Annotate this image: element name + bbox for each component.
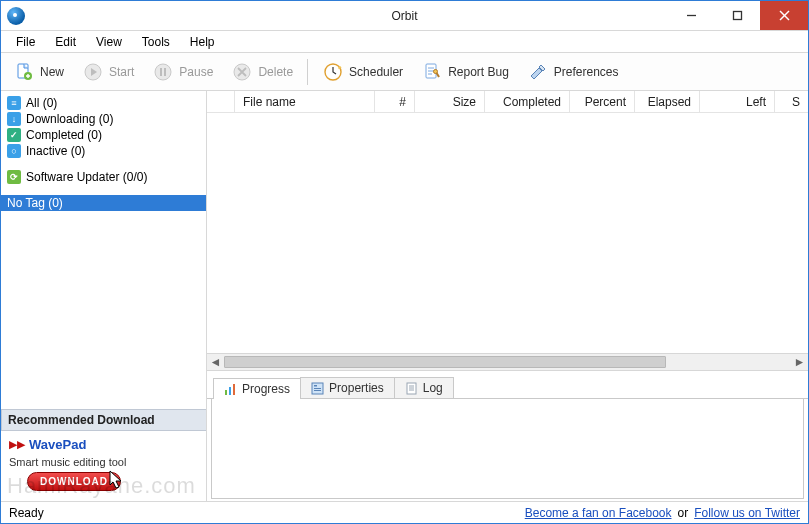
report-bug-label: Report Bug xyxy=(448,65,509,79)
wavepad-caption: Smart music editing tool xyxy=(9,456,198,468)
col-completed[interactable]: Completed xyxy=(485,91,570,112)
detail-body[interactable] xyxy=(211,399,804,499)
facebook-link[interactable]: Become a fan on Facebook xyxy=(525,506,672,520)
menu-view[interactable]: View xyxy=(87,33,131,51)
new-button[interactable]: New xyxy=(5,58,72,86)
col-s[interactable]: S xyxy=(775,91,808,112)
pause-button[interactable]: Pause xyxy=(144,58,221,86)
scroll-track[interactable] xyxy=(224,354,791,370)
window-controls xyxy=(668,1,808,30)
svg-rect-9 xyxy=(164,68,166,76)
double-arrow-icon: ▶▶ xyxy=(9,438,25,451)
toolbar: New Start Pause Delete Scheduler Report … xyxy=(1,53,808,91)
sidebar: ≡ All (0) ↓ Downloading (0) ✓ Completed … xyxy=(1,91,207,501)
col-hash[interactable]: # xyxy=(375,91,415,112)
svg-point-7 xyxy=(155,64,171,80)
col-percent[interactable]: Percent xyxy=(570,91,635,112)
sidebar-item-downloading[interactable]: ↓ Downloading (0) xyxy=(1,111,206,127)
sidebar-item-completed[interactable]: ✓ Completed (0) xyxy=(1,127,206,143)
sidebar-item-label: All (0) xyxy=(26,96,57,110)
sidebar-item-label: Downloading (0) xyxy=(26,112,113,126)
menu-bar: File Edit View Tools Help xyxy=(1,31,808,53)
tab-log-label: Log xyxy=(423,381,443,395)
scheduler-button[interactable]: Scheduler xyxy=(314,58,411,86)
svg-rect-21 xyxy=(314,390,321,391)
idle-icon: ○ xyxy=(7,144,21,158)
detail-tabs: Progress Properties Log xyxy=(207,375,808,399)
menu-file[interactable]: File xyxy=(7,33,44,51)
tab-properties[interactable]: Properties xyxy=(300,377,395,398)
tab-progress[interactable]: Progress xyxy=(213,378,301,399)
scheduler-label: Scheduler xyxy=(349,65,403,79)
svg-rect-1 xyxy=(734,12,742,20)
title-bar: Orbit xyxy=(1,1,808,31)
svg-rect-16 xyxy=(229,387,231,395)
delete-button[interactable]: Delete xyxy=(223,58,301,86)
svg-rect-8 xyxy=(160,68,162,76)
status-text: Ready xyxy=(9,506,44,520)
main-area: ≡ All (0) ↓ Downloading (0) ✓ Completed … xyxy=(1,91,808,501)
col-filename[interactable]: File name xyxy=(235,91,375,112)
sidebar-item-all[interactable]: ≡ All (0) xyxy=(1,95,206,111)
col-left[interactable]: Left xyxy=(700,91,775,112)
pause-icon xyxy=(152,61,174,83)
new-label: New xyxy=(40,65,64,79)
grid-header: File name # Size Completed Percent Elaps… xyxy=(207,91,808,113)
sidebar-item-updater[interactable]: ⟳ Software Updater (0/0) xyxy=(1,169,206,185)
status-or: or xyxy=(678,506,689,520)
log-icon xyxy=(405,382,418,395)
close-button[interactable] xyxy=(760,1,808,30)
tab-log[interactable]: Log xyxy=(394,377,454,398)
preferences-label: Preferences xyxy=(554,65,619,79)
sidebar-item-no-tag[interactable]: No Tag (0) xyxy=(1,195,206,211)
bug-icon xyxy=(421,61,443,83)
preferences-button[interactable]: Preferences xyxy=(519,58,627,86)
twitter-link[interactable]: Follow us on Twitter xyxy=(694,506,800,520)
pause-label: Pause xyxy=(179,65,213,79)
scroll-thumb[interactable] xyxy=(224,356,666,368)
tab-properties-label: Properties xyxy=(329,381,384,395)
tab-progress-label: Progress xyxy=(242,382,290,396)
scroll-right-arrow-icon[interactable]: ► xyxy=(791,354,808,370)
scroll-left-arrow-icon[interactable]: ◄ xyxy=(207,354,224,370)
maximize-button[interactable] xyxy=(714,1,760,30)
content-panel: File name # Size Completed Percent Elaps… xyxy=(207,91,808,501)
report-bug-button[interactable]: Report Bug xyxy=(413,58,517,86)
col-elapsed[interactable]: Elapsed xyxy=(635,91,700,112)
sidebar-item-inactive[interactable]: ○ Inactive (0) xyxy=(1,143,206,159)
tools-icon xyxy=(527,61,549,83)
recommended-panel: ▶▶ WavePad Smart music editing tool DOWN… xyxy=(1,431,206,501)
download-button[interactable]: DOWNLOAD xyxy=(27,472,121,491)
new-icon xyxy=(13,61,35,83)
delete-label: Delete xyxy=(258,65,293,79)
refresh-icon: ⟳ xyxy=(7,170,21,184)
minimize-button[interactable] xyxy=(668,1,714,30)
start-label: Start xyxy=(109,65,134,79)
svg-point-14 xyxy=(434,69,438,73)
delete-icon xyxy=(231,61,253,83)
col-size[interactable]: Size xyxy=(415,91,485,112)
check-icon: ✓ xyxy=(7,128,21,142)
play-icon xyxy=(82,61,104,83)
start-button[interactable]: Start xyxy=(74,58,142,86)
svg-rect-15 xyxy=(225,390,227,395)
recommended-heading: Recommended Download xyxy=(1,409,206,431)
svg-rect-20 xyxy=(314,388,321,389)
grid-gutter xyxy=(207,91,235,112)
app-icon xyxy=(7,7,25,25)
clock-icon xyxy=(322,61,344,83)
sidebar-item-label: Software Updater (0/0) xyxy=(26,170,147,184)
menu-help[interactable]: Help xyxy=(181,33,224,51)
menu-tools[interactable]: Tools xyxy=(133,33,179,51)
sidebar-item-label: No Tag (0) xyxy=(7,196,63,210)
down-arrow-icon: ↓ xyxy=(7,112,21,126)
svg-rect-17 xyxy=(233,384,235,395)
horizontal-scrollbar[interactable]: ◄ ► xyxy=(207,353,808,371)
svg-rect-19 xyxy=(314,385,317,387)
toolbar-separator xyxy=(307,59,308,85)
wavepad-link[interactable]: WavePad xyxy=(29,437,86,452)
grid-body[interactable] xyxy=(207,113,808,353)
sidebar-item-label: Inactive (0) xyxy=(26,144,85,158)
status-bar: Ready Become a fan on Facebook or Follow… xyxy=(1,501,808,523)
menu-edit[interactable]: Edit xyxy=(46,33,85,51)
